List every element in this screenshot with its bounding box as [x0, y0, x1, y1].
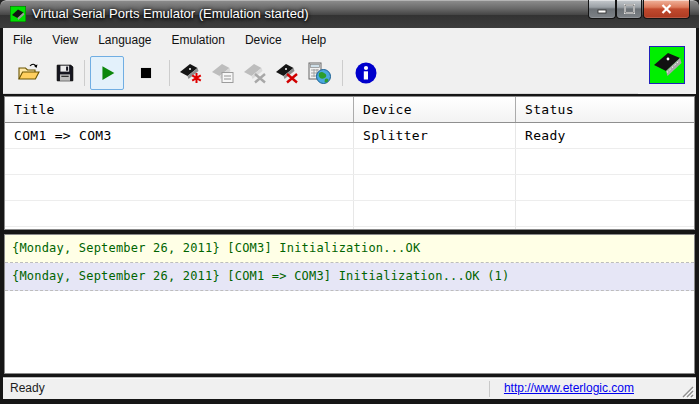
vspe-logo-icon — [649, 46, 685, 84]
app-logo-icon — [10, 6, 26, 22]
menu-help[interactable]: Help — [292, 28, 337, 52]
device-table: Title Device Status COM1 => COM3 Splitte… — [4, 96, 695, 230]
create-device-button[interactable] — [177, 59, 205, 87]
open-button[interactable] — [15, 59, 43, 87]
log-entry[interactable]: {Monday, September 26, 2011} [COM1 => CO… — [5, 263, 694, 291]
empty-table-row — [5, 149, 694, 175]
stop-icon — [135, 62, 157, 84]
maximize-button[interactable] — [616, 0, 642, 19]
save-floppy-icon — [54, 62, 76, 84]
menu-emulation[interactable]: Emulation — [162, 28, 235, 52]
column-header-device[interactable]: Device — [354, 97, 516, 122]
table-row[interactable]: COM1 => COM3 Splitter Ready — [5, 123, 694, 149]
about-button[interactable] — [352, 59, 380, 87]
open-folder-icon — [17, 61, 41, 85]
menu-bar: File View Language Emulation Device Help — [3, 28, 696, 52]
info-icon — [354, 61, 378, 85]
window-title: Virtual Serial Ports Emulator (Emulation… — [32, 6, 308, 21]
toolbar-separator — [342, 60, 343, 86]
column-header-title[interactable]: Title — [5, 97, 354, 122]
device-delete-icon — [242, 60, 268, 86]
empty-table-row — [5, 175, 694, 201]
device-new-icon — [178, 60, 204, 86]
status-bar-divider — [489, 381, 490, 397]
eterlogic-link[interactable]: http://www.eterlogic.com — [504, 381, 634, 395]
device-type-cell: Splitter — [354, 123, 516, 148]
delete-all-devices-button[interactable] — [273, 59, 301, 87]
close-icon — [661, 4, 672, 14]
start-emulation-button[interactable] — [90, 56, 124, 90]
device-table-header: Title Device Status — [5, 97, 694, 123]
toolbar-separator — [169, 60, 170, 86]
menu-language[interactable]: Language — [88, 28, 161, 52]
menu-view[interactable]: View — [42, 28, 88, 52]
close-button[interactable] — [643, 0, 690, 19]
play-icon — [96, 62, 118, 84]
device-properties-button — [209, 59, 237, 87]
title-bar: Virtual Serial Ports Emulator (Emulation… — [0, 0, 699, 28]
device-status-cell: Ready — [516, 123, 694, 148]
save-button[interactable] — [51, 59, 79, 87]
device-properties-icon — [210, 60, 236, 86]
toolbar — [3, 52, 696, 94]
device-title-cell: COM1 => COM3 — [5, 123, 354, 148]
language-button[interactable] — [305, 59, 333, 87]
maximize-icon — [624, 4, 635, 14]
status-message: Ready — [10, 381, 45, 395]
log-panel: {Monday, September 26, 2011} [COM3] Init… — [4, 234, 695, 374]
app-window: Virtual Serial Ports Emulator (Emulation… — [0, 0, 699, 404]
device-delete-all-icon — [274, 60, 300, 86]
resize-grip-icon[interactable] — [680, 384, 694, 398]
menu-device[interactable]: Device — [235, 28, 292, 52]
minimize-icon — [597, 5, 607, 14]
minimize-button[interactable] — [588, 0, 616, 19]
empty-table-row — [5, 227, 694, 230]
stop-emulation-button[interactable] — [132, 59, 160, 87]
menu-file[interactable]: File — [3, 28, 42, 52]
language-globe-icon — [306, 60, 332, 86]
status-bar: Ready http://www.eterlogic.com — [3, 377, 696, 399]
toolbar-separator — [84, 60, 85, 86]
empty-table-row — [5, 201, 694, 227]
log-entry[interactable]: {Monday, September 26, 2011} [COM3] Init… — [5, 235, 694, 263]
column-header-status[interactable]: Status — [516, 97, 694, 122]
delete-device-button — [241, 59, 269, 87]
